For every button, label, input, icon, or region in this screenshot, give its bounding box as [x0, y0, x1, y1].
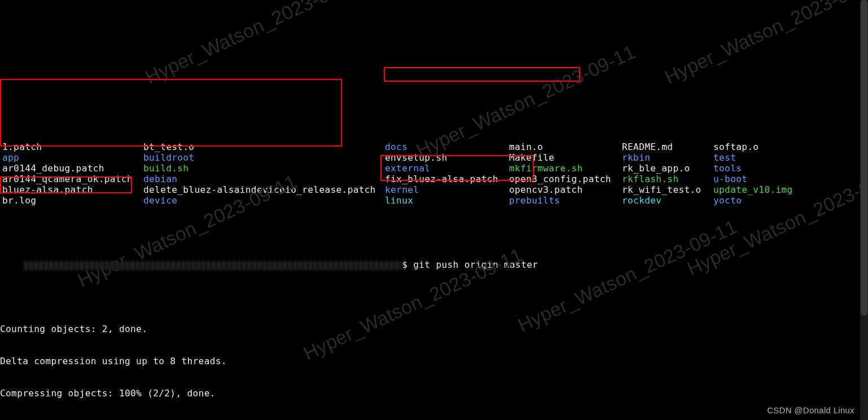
scrollbar[interactable]	[860, 0, 868, 420]
ls-entry: main.o	[509, 142, 622, 152]
ls-entry: buildroot	[143, 152, 385, 163]
ls-entry: open3_config.patch	[509, 174, 622, 184]
ls-entry: bt_test.o	[143, 142, 385, 152]
ls-entry: envsetup.sh	[385, 152, 509, 163]
ls-entry: kernel	[385, 184, 509, 195]
git-push-cmd-1: $ git push origin master	[402, 259, 538, 270]
ls-entry: build.sh	[143, 163, 385, 174]
count-line: Counting objects: 2, done.	[0, 324, 868, 334]
ls-entry: prebuilts	[509, 195, 622, 206]
ls-entry: external	[385, 163, 509, 174]
compress-line: Compressing objects: 100% (2/2), done.	[0, 388, 868, 399]
ls-entry: rk_ble_app.o	[622, 163, 713, 174]
ls-entry: delete_bluez-alsaindeviceio_release.patc…	[143, 184, 385, 195]
credit-label: CSDN @Donald Linux	[767, 405, 854, 415]
ls-entry: debian	[143, 174, 385, 184]
ls-entry: yocto	[713, 195, 804, 206]
ls-entry: br.log	[2, 195, 143, 206]
ls-entry: docs	[385, 142, 509, 152]
ls-entry: app	[2, 152, 143, 163]
ls-output: 1.patchappar0144_debug.patchar0144_qcame…	[0, 139, 868, 206]
watermark: Hyper_Watson_2023-09-11	[664, 0, 868, 83]
ls-entry: Makefile	[509, 152, 622, 163]
ls-entry: linux	[385, 195, 509, 206]
scrollbar-thumb[interactable]	[861, 0, 867, 316]
ls-entry: 1.patch	[2, 142, 143, 152]
ls-entry: bluez-alsa.patch	[2, 184, 143, 195]
ls-entry: ar0144_debug.patch	[2, 163, 143, 174]
terminal[interactable]: Hyper_Watson_2023-09-11 Hyper_Watson_202…	[0, 0, 868, 420]
blurred-prompt	[24, 261, 402, 270]
highlight-box	[384, 67, 580, 82]
ls-entry: mkfirmware.sh	[509, 163, 622, 174]
ls-entry: u-boot	[713, 174, 804, 184]
ls-entry: test	[713, 152, 804, 163]
ls-entry: README.md	[622, 142, 713, 152]
ls-entry: update_v10.img	[713, 184, 804, 195]
ls-entry: rk_wifi_test.o	[622, 184, 713, 195]
ls-entry: rockdev	[622, 195, 713, 206]
watermark: Hyper_Watson_2023-09-11	[144, 0, 366, 83]
ls-entry: fix_bluez-alsa.patch	[385, 174, 509, 184]
ls-entry: tools	[713, 163, 804, 174]
highlight-box	[0, 79, 342, 147]
ls-entry: rkflash.sh	[622, 174, 713, 184]
ls-entry: rkbin	[622, 152, 713, 163]
delta-line: Delta compression using up to 8 threads.	[0, 356, 868, 366]
ls-entry: device	[143, 195, 385, 206]
ls-entry: ar0144_qcamera_ok.patch	[2, 174, 143, 184]
ls-entry: softap.o	[713, 142, 804, 152]
ls-entry: opencv3.patch	[509, 184, 622, 195]
